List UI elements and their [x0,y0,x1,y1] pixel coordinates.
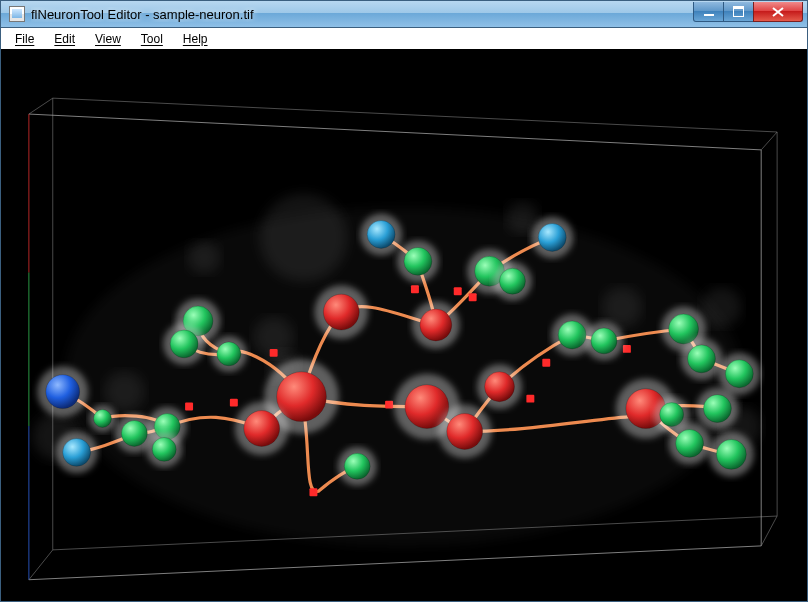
path-marker[interactable] [385,401,393,409]
path-marker[interactable] [454,287,462,295]
neuron-node-special[interactable] [63,438,91,466]
window-minimize-button[interactable] [693,2,724,22]
neuron-node-branch[interactable] [244,411,280,447]
neuron-node-tip[interactable] [725,360,753,388]
close-icon [772,7,784,17]
neuron-node-special[interactable] [46,375,80,409]
neuron-node-branch[interactable] [420,309,452,341]
neuron-node-tip[interactable] [558,321,586,349]
path-marker[interactable] [309,488,317,496]
menu-help[interactable]: Help [173,30,218,48]
neuron-node-tip[interactable] [404,247,432,275]
neuron-node-branch[interactable] [485,372,515,402]
neuron-node-tip[interactable] [716,439,746,469]
neuron-node-tip[interactable] [152,437,176,461]
neuron-node-tip[interactable] [591,328,617,354]
neuron-node-branch[interactable] [323,294,359,330]
neuron-node-branch[interactable] [447,414,483,450]
neuron-node-special[interactable] [367,221,395,249]
menu-file[interactable]: File [5,30,44,48]
neuron-node-special[interactable] [538,224,566,252]
neuron-node-tip[interactable] [170,330,198,358]
path-marker[interactable] [623,345,631,353]
path-marker[interactable] [185,403,193,411]
path-marker[interactable] [526,395,534,403]
window-title: flNeuronTool Editor - sample-neuron.tif [31,7,694,22]
3d-viewport[interactable] [5,57,801,597]
window-maximize-button[interactable] [723,2,754,22]
neuron-node-tip[interactable] [121,421,147,447]
neuron-node-tip[interactable] [500,268,526,294]
path-marker[interactable] [469,293,477,301]
window-titlebar[interactable]: flNeuronTool Editor - sample-neuron.tif [0,0,808,28]
menu-tool[interactable]: Tool [131,30,173,48]
neuron-node-tip[interactable] [217,342,241,366]
menu-edit[interactable]: Edit [44,30,85,48]
neuron-node-tip[interactable] [676,429,704,457]
neuron-node-tip[interactable] [703,395,731,423]
path-marker[interactable] [270,349,278,357]
window-close-button[interactable] [753,2,803,22]
path-marker[interactable] [230,399,238,407]
menu-bar: File Edit View Tool Help [0,28,808,49]
menu-view[interactable]: View [85,30,131,48]
path-marker[interactable] [542,359,550,367]
app-icon [9,6,25,22]
path-marker[interactable] [411,285,419,293]
neuron-node-tip[interactable] [344,453,370,479]
neuron-node-tip[interactable] [660,403,684,427]
editor-client-area [0,49,808,602]
neuron-node-tip[interactable] [94,410,112,428]
neuron-node-tip[interactable] [688,345,716,373]
